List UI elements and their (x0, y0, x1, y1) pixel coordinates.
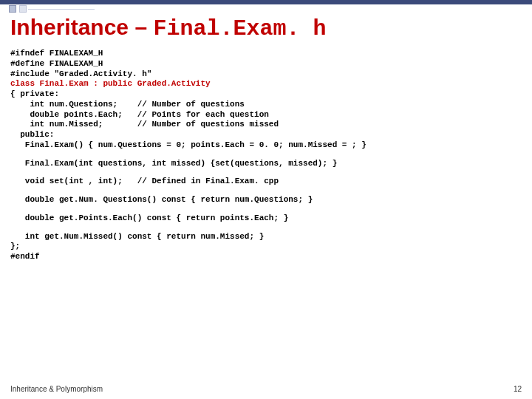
code-line-base-class: Graded.Activity (137, 79, 211, 88)
code-line: int num.Questions; // Number of question… (10, 100, 245, 109)
slide-container: Inheritance – Final.Exam. h #ifndef FINA… (0, 0, 532, 399)
code-line: int num.Missed; // Number of questions m… (10, 120, 279, 129)
footer-left-text: Inheritance & Polymorphism (10, 385, 103, 393)
code-blank-line (10, 168, 522, 177)
code-block: #ifndef FINALEXAM_H #define FINALEXAM_H … (10, 49, 522, 262)
code-blank-line (10, 187, 522, 195)
code-blank-line (10, 205, 522, 214)
code-blank-line (10, 151, 522, 159)
code-line: #include "Graded.Activity. h" (10, 69, 151, 78)
title-text-plain: Inheritance (10, 15, 129, 39)
code-line-class-decl: class Final.Exam : public (10, 79, 137, 88)
top-border-bar (0, 0, 532, 4)
code-line: void set(int , int); // Defined in Final… (10, 177, 279, 185)
code-line: { private: (10, 89, 59, 98)
title-dash: – (129, 15, 153, 39)
slide-title: Inheritance – Final.Exam. h (10, 15, 522, 41)
decor-square-2 (19, 5, 27, 13)
code-line: double points.Each; // Points for each q… (10, 110, 269, 119)
decor-square-1 (9, 5, 16, 13)
code-line: public: (10, 130, 54, 139)
code-line: double get.Points.Each() const { return … (10, 214, 288, 222)
code-line: #define FINALEXAM_H (10, 59, 103, 68)
code-line: Final.Exam() { num.Questions = 0; points… (10, 140, 366, 149)
code-blank-line (10, 224, 522, 232)
code-line: double get.Num. Questions() const { retu… (10, 195, 313, 204)
code-line: #ifndef FINALEXAM_H (10, 49, 103, 58)
code-line: int get.Num.Missed() const { return num.… (10, 232, 264, 241)
title-text-mono: Final.Exam. h (153, 16, 326, 41)
code-line: #endif (10, 252, 40, 261)
page-number: 12 (514, 385, 522, 393)
decor-line (28, 9, 95, 10)
code-line: }; (10, 242, 20, 250)
code-line: Final.Exam(int questions, int missed) {s… (10, 159, 337, 168)
